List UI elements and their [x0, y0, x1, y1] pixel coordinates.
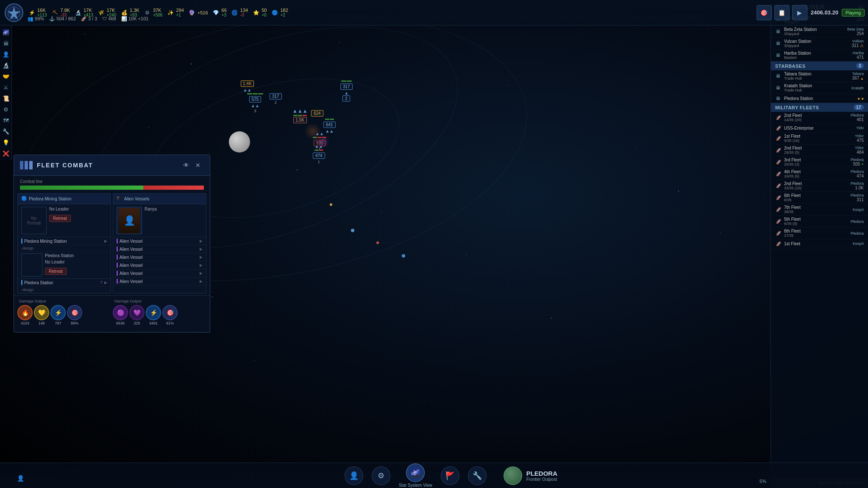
- fleet-dot-4: [330, 203, 332, 206]
- planet-info[interactable]: PLEDORA Frontier Outpost: [504, 466, 557, 485]
- sidebar-engineer-icon[interactable]: 🔧: [1, 126, 11, 136]
- sidebar-map-icon[interactable]: 🗺: [1, 115, 11, 125]
- damage-circle-explosive: 💛: [34, 305, 49, 320]
- sidebar-science-icon[interactable]: 🔬: [1, 60, 11, 70]
- fleet-item-6th[interactable]: 🚀 6th Fleet 6/35 Pledora 311: [771, 192, 868, 204]
- contacts-icon[interactable]: 👤: [345, 466, 363, 485]
- galaxy-view-icon[interactable]: 🌌: [406, 463, 425, 482]
- fleet-item-8th[interactable]: 🚀 8th Fleet 27/35 Pledora: [771, 227, 868, 239]
- bottom-btn-map[interactable]: ⚙: [372, 466, 390, 485]
- sidebar-galaxy-icon[interactable]: 🌌: [1, 27, 11, 37]
- sidebar-people-icon[interactable]: 👤: [1, 49, 11, 59]
- fleet-marker-3[interactable]: 317 2: [270, 93, 282, 105]
- fleet-value-3rd: Pledora 505 +: [851, 158, 864, 166]
- fleet-value-1st-2: Kesprt: [853, 241, 864, 246]
- fleet-info-6th: 6th Fleet 6/35: [784, 193, 849, 202]
- section-header-military[interactable]: MILITARY FLEETS 17: [771, 103, 868, 112]
- starbase-info-pledora: Pledora Station: [784, 96, 856, 101]
- ship-item-2[interactable]: Pledora Station T ▶: [18, 279, 111, 287]
- fleet-combat-close-btn[interactable]: ✕: [192, 159, 204, 171]
- section-header-starbases[interactable]: STARBASES 3: [771, 61, 868, 70]
- fleet-item-2nd-pledora2[interactable]: 🚀 2nd Fleet 33/35 (15) Pledora 1.0K: [771, 180, 868, 192]
- empire-logo[interactable]: [3, 2, 25, 23]
- fleet-dot-2[interactable]: [376, 241, 379, 244]
- sidebar-idea-icon[interactable]: 💡: [1, 137, 11, 147]
- alien-vessel-2[interactable]: Alien Vessel ▶: [113, 245, 206, 253]
- sidebar-diplomacy-icon[interactable]: 🤝: [1, 71, 11, 81]
- starbase-item-tabara[interactable]: 🏛 Tabara Station Trade Hub Tabara 367 ▲: [771, 70, 868, 82]
- alien-vessel-6[interactable]: Alien Vessel ▶: [113, 277, 206, 286]
- starbase-icon-betazeta: 🏛: [776, 29, 782, 35]
- tools-icon[interactable]: 🔧: [468, 466, 487, 485]
- sidebar-war-icon[interactable]: ⚔: [1, 82, 11, 92]
- alien-color-bar-2: [117, 247, 118, 252]
- damage-output-right: Damage Output 🟣 6636 💜 325 ⚡ 3491 🎯 91%: [113, 299, 206, 325]
- flag-icon[interactable]: 🚩: [441, 466, 459, 485]
- fleet-name-2nd-2: 2nd Fleet: [784, 146, 853, 150]
- bottom-btn-contacts[interactable]: 👤: [345, 466, 363, 485]
- fleet-marker-5[interactable]: 2: [342, 95, 350, 102]
- list-icon-btn[interactable]: 📋: [774, 5, 790, 20]
- sidebar-settings-icon[interactable]: ⚙: [1, 104, 11, 114]
- player-retreat-btn[interactable]: Retreat: [49, 215, 71, 222]
- fleet-info-2nd-3: 2nd Fleet 33/35 (15): [784, 181, 849, 190]
- sidebar-empire-icon[interactable]: 🏛: [1, 38, 11, 48]
- fleet-marker-2[interactable]: 575 ▲▲ 3: [247, 93, 263, 113]
- fleet-item-1st[interactable]: 🚀 1st Fleet 9/35 (16) Yldor 475: [771, 133, 868, 144]
- starbase-item-hariba[interactable]: 🏛 Hariba Station Bastion Hariba 471: [771, 50, 868, 61]
- sidebar-close-icon[interactable]: ❌: [1, 148, 11, 158]
- scroll-left-icon[interactable]: 👤: [17, 475, 24, 482]
- starbase-item-betazeta[interactable]: 🏛 Beta Zeta Station Shipyard Beta Zeta 2…: [771, 26, 868, 38]
- damage-output-left: Damage Output 🔥 4103 💛 148 ⚡ 787 🎯 89%: [17, 299, 111, 325]
- ship-name-1: Pledora Mining Station: [24, 239, 103, 244]
- resource-influence: 🔮 +516: [188, 9, 208, 17]
- player-leader-section: NoPortrait No Leader Retreat: [18, 204, 111, 237]
- outliner-scroll-area[interactable]: 🏛 Idania Station Shipyard 254 🏛 Beta Zet…: [771, 14, 868, 477]
- fleet-item-3rd[interactable]: 🚀 3rd Fleet 25/35 (3) Pledora 505 +: [771, 156, 868, 168]
- fleet-icon-2nd-2: 🚀: [776, 147, 782, 153]
- starbase-icon-vulcan: 🏛: [776, 41, 782, 47]
- fleet-marker-1[interactable]: 1.4K ▲▲: [241, 80, 254, 92]
- fleet-item-4th[interactable]: 🚀 4th Fleet 16/05 (6) Pledora 474: [771, 168, 868, 180]
- bottom-btn-galaxy-active[interactable]: 🌌 Star System View: [399, 463, 432, 488]
- alien-vessel-1[interactable]: Alien Vessel ▶: [113, 237, 206, 245]
- enemy-fleet-side: ? Alien Vessels 👤 Ranya Alien Vessel ▶: [113, 193, 206, 294]
- starbase-item-pledora[interactable]: 🏛 Pledora Station ● ●: [771, 94, 868, 103]
- alien-vessel-3[interactable]: Alien Vessel ▶: [113, 253, 206, 261]
- starbase-name-kratath: Kratath Station: [784, 83, 850, 88]
- fleet-value-2nd-3: Pledora 1.0K: [851, 181, 864, 190]
- fleet-dot-1[interactable]: [351, 229, 354, 232]
- map-settings-icon[interactable]: ⚙: [372, 466, 390, 485]
- target-icon-btn[interactable]: 🎯: [757, 5, 772, 20]
- bottom-btn-tools[interactable]: 🔧: [468, 466, 487, 485]
- fleet-item-2nd-2[interactable]: 🚀 2nd Fleet 29/35 (5) Yldor 484: [771, 144, 868, 156]
- fleet-icon-6th: 🚀: [776, 195, 782, 201]
- fleet-marker-7[interactable]: 624: [311, 110, 323, 116]
- play-icon-btn[interactable]: ▶: [792, 5, 807, 20]
- damage-value-energy-dmg: 787: [55, 321, 61, 325]
- alien-vessel-4[interactable]: Alien Vessel ▶: [113, 261, 206, 269]
- fleet-dot-3[interactable]: [402, 254, 405, 258]
- fleet-sub-3rd: 25/35 (3): [784, 162, 849, 166]
- starbase-icon-pledora: 🏛: [776, 95, 782, 101]
- ship-item-1[interactable]: Pledora Mining Station ▶: [18, 237, 111, 245]
- starbase-item-kratath[interactable]: 🏛 Kratath Station Trade Hub Kratath: [771, 82, 868, 94]
- fleet-item-1st-kesprt[interactable]: 🚀 1st Fleet Kesprt: [771, 239, 868, 248]
- starbase-item-vulcan[interactable]: 🏛 Vulcan Station Shipyard Vulkan 311 ⚠: [771, 38, 868, 50]
- fleet-marker-4[interactable]: 317 ▲: [340, 80, 353, 95]
- fleet-marker-6[interactable]: ▲▲▲ 1.0K: [292, 108, 308, 123]
- fleet-item-2nd-pledora[interactable]: 🚀 2nd Fleet 14/35 (20) Pledora 401: [771, 112, 868, 124]
- bottom-btn-flag[interactable]: 🚩: [441, 466, 459, 485]
- alien-color-bar-1: [117, 238, 118, 244]
- fleet-item-5th[interactable]: 🚀 5th Fleet 6/35 (9) Pledora: [771, 216, 868, 227]
- fleet-item-uss[interactable]: 🚀 USS-Enterprise Yido: [771, 124, 868, 133]
- fleet-combat-eye-btn[interactable]: 👁: [180, 159, 192, 171]
- fleet-item-7th[interactable]: 🚀 7th Fleet 28/35 Kesprt: [771, 204, 868, 216]
- fleet-name-3rd: 3rd Fleet: [784, 158, 849, 162]
- resource-sr2: 🔵 182 +2: [271, 8, 288, 17]
- sidebar-edicts-icon[interactable]: 📜: [1, 93, 11, 103]
- starbase-name-tabara: Tabara Station: [784, 72, 850, 76]
- station-retreat-btn[interactable]: Retreat: [45, 268, 67, 275]
- alien-vessel-5[interactable]: Alien Vessel ▶: [113, 269, 206, 277]
- starbase-info-kratath: Kratath Station Trade Hub: [784, 83, 850, 92]
